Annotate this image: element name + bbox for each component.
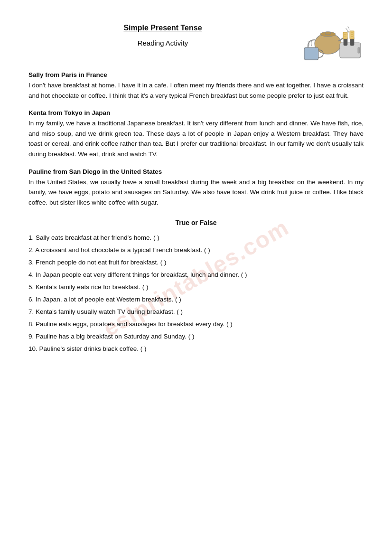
section-kenta: Kenta from Tokyo in Japan In my family, … (28, 109, 364, 159)
list-item: 1. Sally eats breakfast at her friend's … (28, 233, 364, 243)
list-item: 6. In Japan, a lot of people eat Western… (28, 295, 364, 305)
section-pauline-title: Pauline from San Diego in the United Sta… (28, 168, 364, 175)
true-false-title: True or False (28, 219, 364, 226)
list-item: 9. Pauline has a big breakfast on Saturd… (28, 332, 364, 342)
section-pauline-body: In the United States, we usually have a … (28, 177, 364, 208)
section-sally: Sally from Paris in France I don't have … (28, 71, 364, 101)
svg-rect-8 (350, 31, 354, 39)
list-item: 5. Kenta's family eats rice for breakfas… (28, 282, 364, 292)
svg-rect-3 (304, 47, 318, 60)
questions-list: 1. Sally eats breakfast at her friend's … (28, 233, 364, 354)
list-item: 7. Kenta's family usually watch TV durin… (28, 307, 364, 317)
section-pauline: Pauline from San Diego in the United Sta… (28, 168, 364, 208)
header-illustration (302, 19, 364, 66)
subtitle: Reading Activity (28, 39, 297, 47)
svg-rect-14 (358, 47, 360, 53)
illustration (302, 19, 364, 66)
list-item: 2. A croissant and hot chocolate is a ty… (28, 245, 364, 255)
section-sally-title: Sally from Paris in France (28, 71, 364, 78)
list-item: 4. In Japan people eat very different th… (28, 270, 364, 280)
section-kenta-body: In my family, we have a traditional Japa… (28, 118, 364, 159)
list-item: 3. French people do not eat fruit for br… (28, 258, 364, 268)
title-block: Simple Present Tense Reading Activity (28, 19, 297, 49)
svg-rect-7 (343, 32, 347, 39)
list-item: 10. Pauline's sister drinks black coffee… (28, 344, 364, 354)
header-area: Simple Present Tense Reading Activity (28, 19, 364, 66)
list-item: 8. Pauline eats eggs, potatoes and sausa… (28, 320, 364, 329)
svg-rect-2 (325, 32, 331, 35)
section-kenta-title: Kenta from Tokyo in Japan (28, 109, 364, 116)
main-title: Simple Present Tense (28, 24, 297, 32)
section-sally-body: I don't have breakfast at home. I have i… (28, 80, 364, 101)
